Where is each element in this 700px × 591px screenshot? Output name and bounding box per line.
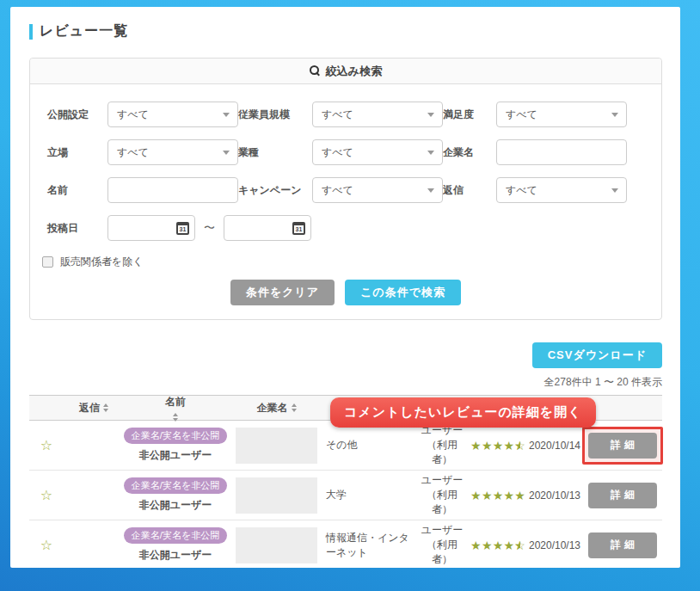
filter-panel: 絞込み検索 公開設定 すべて 従業員規模 すべて 満足度 すべて 立場 すべて <box>29 58 662 320</box>
reply-select[interactable]: すべて <box>496 177 627 203</box>
campaign-select[interactable]: すべて <box>312 177 443 203</box>
industry-select[interactable]: すべて <box>312 139 443 165</box>
exclude-sales-checkbox[interactable] <box>42 256 53 268</box>
column-header-reply[interactable]: 返信 <box>64 396 124 420</box>
calendar-icon[interactable]: 31 <box>292 222 305 235</box>
star-full-icon: ★ <box>503 489 514 502</box>
sort-icon <box>173 413 178 422</box>
filter-label-position: 立場 <box>47 145 107 160</box>
column-header-company[interactable]: 企業名 <box>227 396 326 420</box>
table-row: ☆企業名/実名を非公開非公開ユーザー情報通信・インターネットユーザー（利用者）★… <box>29 520 662 568</box>
privacy-badge: 企業名/実名を非公開 <box>124 428 227 444</box>
favorite-star-icon[interactable]: ☆ <box>40 537 52 553</box>
post-date-cell: 2020/10/13 <box>525 520 584 568</box>
detail-button[interactable]: 詳細 <box>588 433 657 459</box>
exclude-sales-row: 販売関係者を除く <box>42 255 661 269</box>
star-rating: ★★★★★☆ <box>470 520 525 568</box>
filter-label-public-setting: 公開設定 <box>47 108 107 122</box>
post-date-from-field[interactable]: 31 <box>107 215 195 241</box>
star-full-icon: ★ <box>470 439 482 452</box>
clear-conditions-button[interactable]: 条件をクリア <box>230 280 335 305</box>
search-icon <box>310 65 321 77</box>
industry-cell: その他 <box>326 421 414 470</box>
chevron-down-icon <box>611 188 618 193</box>
sort-icon <box>103 403 108 412</box>
detail-button[interactable]: 詳細 <box>588 533 657 558</box>
column-header-star <box>29 396 64 420</box>
star-rating: ★★★★★ <box>470 471 525 520</box>
filter-panel-header[interactable]: 絞込み検索 <box>30 58 661 84</box>
public-setting-select[interactable]: すべて <box>107 102 238 127</box>
chevron-down-icon <box>427 151 434 155</box>
csv-row: CSVダウンロード <box>29 342 662 368</box>
star-full-icon: ★ <box>514 489 525 502</box>
reviewer-position-cell: ユーザー（利用者） <box>414 520 470 568</box>
reviewer-name: 非公開ユーザー <box>139 448 212 463</box>
company-name-input[interactable] <box>496 139 627 165</box>
annotation-tooltip: コメントしたいレビューの詳細を開く <box>330 397 596 428</box>
result-count: 全278件中 1 〜 20 件表示 <box>29 375 662 390</box>
filter-label-reply: 返信 <box>443 183 496 198</box>
post-date-row: 投稿日 31 〜 31 <box>47 215 661 241</box>
star-full-icon: ★ <box>470 489 482 502</box>
favorite-star-icon[interactable]: ☆ <box>40 437 52 453</box>
star-full-icon: ★ <box>493 539 504 552</box>
star-full-icon: ★ <box>503 539 514 552</box>
calendar-icon[interactable]: 31 <box>176 222 189 235</box>
csv-download-button[interactable]: CSVダウンロード <box>532 342 662 368</box>
filter-label-industry: 業種 <box>238 145 312 160</box>
position-select[interactable]: すべて <box>107 139 238 165</box>
favorite-star-icon[interactable]: ☆ <box>40 487 52 503</box>
star-full-icon: ★ <box>493 439 504 452</box>
company-name-redacted <box>236 428 317 464</box>
name-input[interactable] <box>107 177 238 203</box>
content-card: レビュー一覧 絞込み検索 公開設定 すべて 従業員規模 すべて 満足度 すべて … <box>10 7 680 568</box>
table-row: ☆企業名/実名を非公開非公開ユーザー大学ユーザー（利用者）★★★★★2020/1… <box>29 471 662 520</box>
satisfaction-select[interactable]: すべて <box>496 102 627 127</box>
filter-label-campaign: キャンペーン <box>238 183 312 198</box>
review-table: 返信名前企業名 ☆企業名/実名を非公開非公開ユーザーその他ユーザー（利用者）★★… <box>29 395 662 568</box>
chevron-down-icon <box>223 151 230 155</box>
post-date-from-input[interactable] <box>115 222 174 234</box>
column-header-label: 名前 <box>165 395 186 409</box>
filter-grid: 公開設定 すべて 従業員規模 すべて 満足度 すべて 立場 すべて 業種 <box>30 84 661 203</box>
search-conditions-button[interactable]: この条件で検索 <box>345 280 461 305</box>
column-header-label: 返信 <box>79 401 100 416</box>
filter-label-name: 名前 <box>47 183 107 198</box>
star-full-icon: ★ <box>470 539 482 552</box>
star-half-icon: ★☆ <box>514 439 525 452</box>
highlight-outline: 詳細 <box>582 427 663 465</box>
industry-cell: 大学 <box>326 471 414 520</box>
page-title-text: レビュー一覧 <box>40 22 128 40</box>
post-date-cell: 2020/10/14 <box>525 421 584 470</box>
star-full-icon: ★ <box>503 439 514 452</box>
chevron-down-icon <box>427 188 434 193</box>
chevron-down-icon <box>427 113 434 117</box>
detail-button[interactable]: 詳細 <box>588 483 657 508</box>
employee-scale-select[interactable]: すべて <box>312 102 443 127</box>
star-full-icon: ★ <box>493 489 504 502</box>
date-range-separator: 〜 <box>204 220 215 236</box>
star-full-icon: ★ <box>482 439 493 452</box>
industry-cell: 情報通信・インターネット <box>326 520 414 568</box>
company-name-redacted <box>236 477 317 514</box>
filter-label-satisfaction: 満足度 <box>443 108 496 122</box>
star-half-icon: ★☆ <box>514 539 525 552</box>
filter-label-employee-scale: 従業員規模 <box>238 108 312 122</box>
chevron-down-icon <box>223 113 230 117</box>
sort-icon <box>292 403 297 412</box>
column-header-label: 企業名 <box>257 401 288 416</box>
post-date-to-input[interactable] <box>231 222 290 234</box>
filter-label-post-date: 投稿日 <box>47 221 107 236</box>
star-rating: ★★★★★☆ <box>470 421 525 470</box>
table-row: ☆企業名/実名を非公開非公開ユーザーその他ユーザー（利用者）★★★★★☆2020… <box>29 421 662 471</box>
privacy-badge: 企業名/実名を非公開 <box>124 477 227 494</box>
exclude-sales-label: 販売関係者を除く <box>60 255 144 269</box>
review-table-body: ☆企業名/実名を非公開非公開ユーザーその他ユーザー（利用者）★★★★★☆2020… <box>29 421 662 568</box>
column-header-name[interactable]: 名前 <box>124 396 227 420</box>
post-date-cell: 2020/10/13 <box>525 471 584 520</box>
privacy-badge: 企業名/実名を非公開 <box>124 527 227 544</box>
reviewer-position-cell: ユーザー（利用者） <box>414 421 470 470</box>
chevron-down-icon <box>611 113 618 117</box>
post-date-to-field[interactable]: 31 <box>224 215 311 241</box>
